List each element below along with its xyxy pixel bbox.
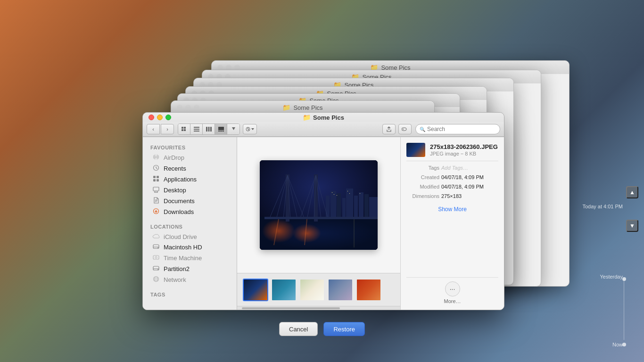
view-gallery-button[interactable] [215, 124, 227, 134]
info-panel: 275x183-2062360.JPEG JPEG image − 8 KB T… [400, 137, 504, 310]
thumbnail-3[interactable] [328, 279, 353, 301]
svg-marker-18 [251, 128, 254, 130]
sidebar-item-documents[interactable]: Documents [145, 196, 235, 206]
thumbnails-scrollbar [237, 306, 400, 310]
created-value: 04/07/18, 4:09 PM [441, 174, 484, 180]
svg-point-21 [155, 156, 157, 158]
info-row-dimensions: Dimensions 275×183 [406, 193, 498, 199]
titlebar: 📁 Some Pics ‹ › [143, 113, 504, 137]
svg-rect-8 [208, 127, 209, 132]
sidebar-item-macintosh-hd[interactable]: Macintosh HD [145, 242, 235, 253]
window-title-text: Some Pics [313, 114, 344, 121]
info-row-modified: Modified 04/07/18, 4:09 PM [406, 184, 498, 189]
sidebar-item-network[interactable]: Network [145, 274, 235, 285]
restore-button[interactable]: Restore [323, 322, 365, 336]
svg-rect-62 [334, 194, 334, 195]
locations-header: Locations [143, 220, 237, 231]
svg-rect-3 [184, 129, 186, 131]
file-header: 275x183-2062360.JPEG JPEG image − 8 KB [406, 143, 498, 161]
desktop-icon [152, 186, 160, 194]
tags-header: Tags [143, 288, 237, 299]
action-button[interactable] [243, 124, 257, 134]
search-box[interactable]: 🔍 [415, 124, 500, 134]
sidebar-item-downloads[interactable]: Downloads [145, 206, 235, 217]
thumbnail-2[interactable] [299, 279, 325, 301]
svg-rect-59 [364, 194, 369, 219]
sidebar-item-partition2[interactable]: Partition2 [145, 263, 235, 274]
svg-rect-19 [402, 128, 406, 131]
icloud-icon [152, 233, 160, 240]
cancel-button[interactable]: Cancel [279, 322, 318, 336]
timeline-up-button[interactable]: ▲ [626, 186, 638, 198]
svg-point-47 [155, 277, 157, 282]
sidebar-item-icloud[interactable]: iCloud Drive [145, 231, 235, 242]
svg-rect-1 [184, 127, 186, 129]
thumbnails-strip [237, 273, 400, 306]
svg-line-24 [156, 168, 157, 169]
file-thumbnail-small [406, 143, 425, 157]
svg-rect-61 [332, 192, 332, 193]
view-list-button[interactable] [190, 124, 203, 134]
svg-rect-55 [342, 198, 346, 219]
search-input[interactable] [427, 126, 496, 132]
svg-rect-12 [220, 131, 222, 132]
file-preview[interactable] [260, 160, 378, 250]
svg-rect-6 [194, 131, 199, 132]
sidebar-item-airdrop[interactable]: AirDrop [145, 152, 235, 163]
file-type: JPEG image − 8 KB [430, 151, 498, 156]
modified-label: Modified [406, 184, 439, 189]
view-icon-button[interactable] [178, 124, 190, 134]
show-more-link[interactable]: Show More [438, 206, 467, 213]
content-area: Favourites AirDrop [143, 137, 504, 310]
applications-label: Applications [164, 176, 197, 183]
close-button[interactable] [149, 115, 154, 120]
time-machine-icon [152, 254, 160, 262]
svg-point-45 [157, 269, 158, 270]
edit-tags-button[interactable] [398, 124, 412, 134]
view-column-button[interactable] [203, 124, 215, 134]
search-icon: 🔍 [420, 127, 425, 132]
file-title: 275x183-2062360.JPEG [430, 143, 498, 151]
svg-rect-11 [218, 131, 220, 132]
file-name-info: 275x183-2062360.JPEG JPEG image − 8 KB [430, 143, 498, 156]
svg-rect-57 [354, 196, 358, 219]
svg-rect-63 [337, 195, 337, 196]
thumbnail-0[interactable] [243, 279, 268, 301]
tags-value[interactable]: Add Tags… [441, 165, 468, 171]
minimize-button[interactable] [157, 115, 163, 120]
macintosh-hd-label: Macintosh HD [164, 244, 202, 251]
svg-rect-41 [153, 255, 159, 259]
view-dropdown-button[interactable] [227, 124, 239, 134]
svg-rect-80 [264, 217, 378, 219]
info-row-tags: Tags Add Tags… [406, 165, 498, 171]
timeline-dot-yesterday [622, 277, 626, 281]
svg-rect-29 [153, 187, 159, 191]
desktop-label: Desktop [164, 187, 186, 194]
macintosh-hd-icon [152, 243, 160, 251]
network-icon [152, 276, 160, 284]
more-actions-button[interactable]: ··· [445, 281, 460, 296]
view-buttons [178, 123, 240, 135]
nav-forward-button[interactable]: › [161, 124, 174, 134]
sidebar-item-desktop[interactable]: Desktop [145, 185, 235, 196]
sidebar-item-recents[interactable]: Recents [145, 163, 235, 174]
timeline [615, 0, 638, 362]
svg-point-40 [157, 247, 158, 248]
timeline-down-button[interactable]: ▼ [626, 220, 638, 232]
maximize-button[interactable] [165, 115, 171, 120]
svg-point-46 [154, 277, 159, 282]
svg-rect-27 [153, 179, 156, 181]
sidebar-item-applications[interactable]: Applications [145, 174, 235, 185]
sidebar-item-time-machine[interactable]: Time Machine [145, 253, 235, 263]
documents-label: Documents [164, 197, 195, 205]
nav-back-button[interactable]: ‹ [147, 124, 160, 134]
svg-rect-64 [347, 191, 348, 191]
icloud-label: iCloud Drive [164, 233, 197, 240]
thumbnail-1[interactable] [271, 279, 297, 301]
thumbnail-4[interactable] [356, 279, 381, 301]
timeline-line-yesterday [624, 279, 624, 340]
nav-buttons: ‹ › [147, 124, 174, 134]
svg-rect-13 [222, 131, 224, 132]
svg-point-81 [262, 219, 295, 243]
share-button[interactable] [382, 124, 396, 134]
